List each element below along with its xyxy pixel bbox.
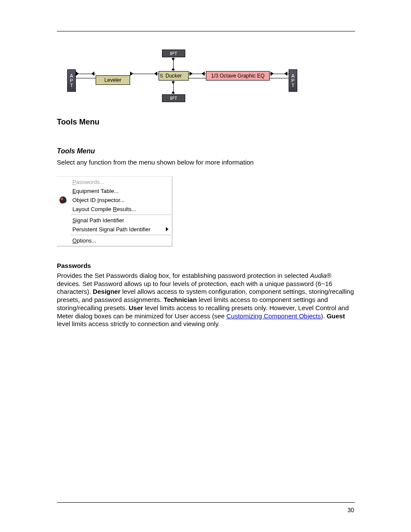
passwords-paragraph: Provides the Set Passwords dialog box, f… xyxy=(57,272,355,328)
level-guest: Guest xyxy=(327,312,345,320)
menu-separator xyxy=(71,215,171,215)
pw-text-1: Provides the Set Passwords dialog box, f… xyxy=(57,272,310,279)
level-technician: Technician xyxy=(164,296,197,303)
ipt-block-top: IPT xyxy=(162,50,185,57)
apt-block-right: APT xyxy=(289,69,297,92)
ducker-label: Ducker xyxy=(165,73,182,79)
level-designer: Designer xyxy=(93,288,120,295)
tools-menu-subheading: Tools Menu xyxy=(57,147,355,155)
menu-separator-2 xyxy=(71,235,171,235)
leveler-block: Leveler xyxy=(96,75,130,85)
ipt-block-bottom: IPT xyxy=(162,94,185,102)
submenu-arrow-icon xyxy=(166,227,168,231)
level-user: User xyxy=(129,304,143,311)
underline-o: O xyxy=(72,237,77,244)
pw-text-6: ). xyxy=(321,312,327,320)
customizing-components-link[interactable]: Customizing Component Objects xyxy=(227,312,321,320)
underline-e: E xyxy=(72,188,76,194)
s-label: S xyxy=(160,73,163,78)
underline-s: S xyxy=(72,217,76,224)
signal-flow-diagram: APT APT IPT IPT Leveler S Ducker 1/3 Oct… xyxy=(62,50,355,106)
menu-item-signal-path-identifier[interactable]: Signal Path Identifier xyxy=(57,216,172,225)
tools-menu-screenshot: Passwords... Equipment Table... Object I… xyxy=(57,176,172,246)
menu-item-options[interactable]: Options... xyxy=(57,236,172,245)
underline-r: R xyxy=(113,206,117,212)
page-number: 30 xyxy=(347,507,354,513)
menu-item-persistent-signal-path-identifier[interactable]: Persistent Signal Path Identifier xyxy=(57,225,172,234)
tools-menu-heading: Tools Menu xyxy=(57,118,355,127)
underline-i: I xyxy=(97,197,99,203)
menu-item-layout-compile-results[interactable]: Layout Compile Results... xyxy=(57,205,172,214)
menu-item-passwords[interactable]: Passwords... xyxy=(57,177,172,187)
passwords-heading: Passwords xyxy=(57,262,355,269)
graphic-eq-block: 1/3 Octave Graphic EQ xyxy=(206,71,270,81)
menu-item-object-id-inspector[interactable]: Object ID Inspector... xyxy=(57,196,172,205)
menu-item-equipment-table[interactable]: Equipment Table... xyxy=(57,187,172,196)
intro-text: Select any function from the menu shown … xyxy=(57,159,355,167)
brand-name: Audia xyxy=(310,272,327,279)
underline-p: P xyxy=(72,179,76,185)
ducker-block: S Ducker xyxy=(159,71,189,81)
menu-label-persistent: Persistent Signal Path Identifier xyxy=(72,226,150,233)
apt-block-left: APT xyxy=(67,69,76,92)
pw-text-7: level limits access strictly to connecti… xyxy=(57,320,220,327)
footer-rule xyxy=(57,502,355,503)
inspector-icon xyxy=(59,196,67,204)
